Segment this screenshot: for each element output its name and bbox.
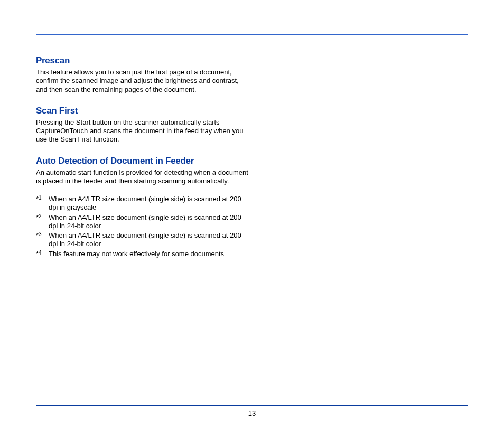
page-number: 13 — [0, 409, 504, 417]
footnote: *3 When an A4/LTR size document (single … — [36, 231, 250, 249]
body-prescan: This feature allows you to scan just the… — [36, 68, 250, 94]
content-column: Prescan This feature allows you to scan … — [36, 55, 250, 258]
body-scan-first: Pressing the Start button on the scanner… — [36, 118, 250, 144]
footnote-text: When an A4/LTR size document (single sid… — [49, 231, 250, 249]
heading-prescan: Prescan — [36, 55, 250, 66]
footnotes: *1 When an A4/LTR size document (single … — [36, 195, 250, 258]
document-page: Prescan This feature allows you to scan … — [0, 0, 504, 432]
bottom-rule — [36, 405, 468, 406]
footnote-marker: *1 — [36, 195, 49, 203]
footnote-marker: *3 — [36, 231, 49, 240]
body-auto-detection: An automatic start function is provided … — [36, 168, 250, 186]
footnote-marker: *4 — [36, 250, 49, 258]
heading-auto-detection: Auto Detection of Document in Feeder — [36, 156, 250, 166]
top-rule — [36, 34, 468, 35]
footnote-text: This feature may not work effectively fo… — [49, 250, 250, 258]
footnote-marker: *2 — [36, 213, 49, 222]
footnote: *4 This feature may not work effectively… — [36, 250, 250, 258]
footnote: *1 When an A4/LTR size document (single … — [36, 195, 250, 212]
footnote-text: When an A4/LTR size document (single sid… — [49, 213, 250, 231]
footnote: *2 When an A4/LTR size document (single … — [36, 213, 250, 231]
footnote-text: When an A4/LTR size document (single sid… — [49, 195, 250, 212]
heading-scan-first: Scan First — [36, 106, 250, 116]
